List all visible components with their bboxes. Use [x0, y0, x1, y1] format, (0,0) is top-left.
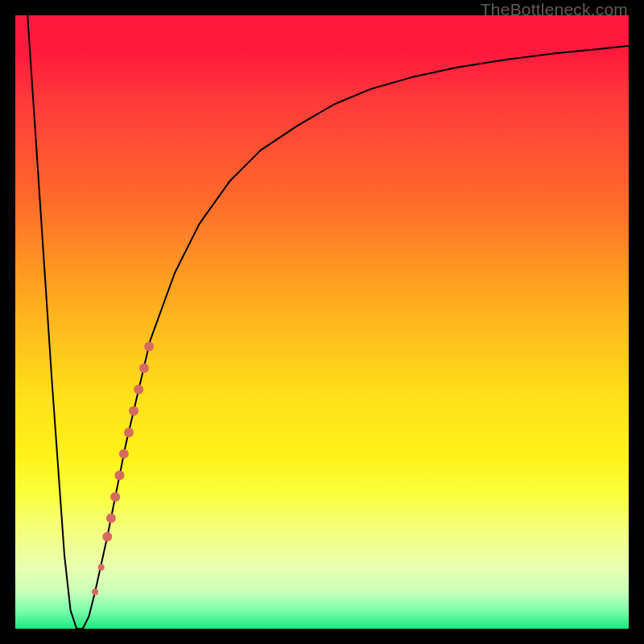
plot-area	[15, 15, 629, 629]
marker-dot	[144, 342, 154, 352]
marker-dot	[102, 532, 112, 542]
marker-dot	[115, 471, 125, 481]
marker-dot	[119, 449, 129, 459]
bottleneck-chart-svg	[15, 15, 629, 629]
marker-dot	[124, 427, 134, 437]
marker-dot	[110, 492, 120, 502]
marker-dot	[98, 564, 105, 571]
marker-group	[92, 342, 154, 596]
marker-dot	[106, 514, 116, 523]
marker-dot	[129, 407, 138, 416]
marker-dot	[139, 363, 149, 373]
chart-frame: TheBottleneck.com	[0, 0, 644, 644]
watermark-text: TheBottleneck.com	[481, 0, 628, 19]
bottleneck-curve	[27, 15, 629, 629]
marker-dot	[92, 588, 98, 595]
marker-dot	[134, 385, 143, 394]
